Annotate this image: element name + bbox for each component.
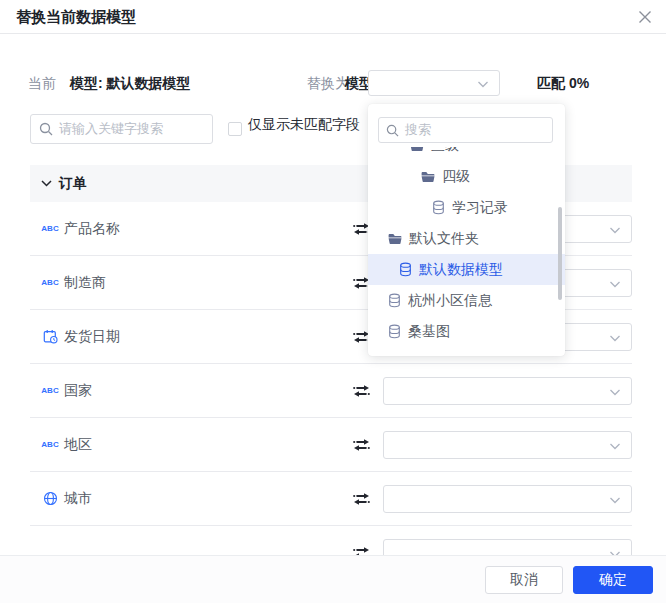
model-tree-item-label: 三级 [431, 147, 459, 155]
chevron-down-icon [609, 329, 621, 345]
scrollbar-thumb[interactable] [558, 207, 562, 300]
field-row [30, 526, 632, 555]
model-search-input[interactable]: 搜索 [378, 117, 553, 143]
model-tree-item[interactable]: 学习记录 [368, 192, 565, 223]
model-tree-item[interactable]: 杭州小区信息 [368, 285, 565, 316]
model-tree-item-label: 默认文件夹 [409, 230, 479, 248]
swap-arrows-icon [353, 492, 370, 506]
text-type-icon: ABC [40, 224, 60, 233]
target-field-select[interactable] [383, 431, 632, 459]
model-tree-item[interactable]: 默认文件夹 [368, 223, 565, 254]
field-label: 产品名称 [64, 220, 120, 238]
model-icon [399, 262, 412, 277]
current-label: 当前 [28, 75, 56, 92]
chevron-down-icon [609, 437, 621, 453]
field-label: 地区 [64, 436, 92, 454]
close-icon[interactable] [637, 9, 653, 25]
field-label: 发货日期 [64, 328, 120, 346]
model-tree-item[interactable]: 桑基图 [368, 316, 565, 347]
field-row: ABC 国家 [30, 364, 632, 418]
model-icon [388, 293, 401, 308]
text-type-icon: ABC [41, 278, 58, 287]
text-type-icon: ABC [41, 386, 58, 395]
dialog-header: 替换当前数据模型 [0, 0, 666, 34]
globe-icon [40, 491, 60, 506]
group-title: 订单 [59, 175, 87, 193]
text-type-icon: ABC [40, 440, 60, 449]
match-percent: 匹配 0% [537, 75, 589, 92]
dialog-title: 替换当前数据模型 [16, 8, 136, 27]
model-tree-item[interactable]: 三级 [368, 147, 565, 161]
folder-icon [388, 233, 402, 245]
replace-model-select[interactable] [368, 70, 500, 96]
swap-arrows-icon [353, 384, 370, 398]
keyword-search-input[interactable]: 请输入关键字搜索 [30, 114, 213, 144]
model-icon [432, 200, 445, 215]
text-type-icon: ABC [41, 224, 58, 233]
unmatched-only-checkbox[interactable] [228, 122, 242, 136]
chevron-down-icon [41, 180, 52, 187]
model-tree-item-label: 默认数据模型 [419, 261, 503, 279]
field-row: ABC 地区 [30, 418, 632, 472]
text-type-icon: ABC [40, 278, 60, 287]
model-tree-item[interactable]: 四级 [368, 161, 565, 192]
model-tree-item[interactable]: 默认数据模型 [368, 254, 565, 285]
model-tree-list: 三级 四级 学习记录 默认文件夹 默认数据模型 杭州小区信息 [368, 147, 565, 349]
model-icon [388, 324, 401, 339]
replace-with-label: 替换为 [307, 75, 349, 92]
target-field-select[interactable] [383, 539, 632, 555]
calendar-clock-icon [40, 329, 60, 344]
model-tree-item-label: 杭州小区信息 [408, 292, 492, 310]
chevron-down-icon [609, 275, 621, 291]
model-picker-panel: 搜索 三级 四级 学习记录 默认文件夹 默认数据模型 [368, 104, 565, 356]
swap-arrows-icon [353, 438, 370, 452]
model-search-placeholder: 搜索 [405, 121, 431, 139]
field-row: 城市 [30, 472, 632, 526]
replace-data-model-dialog: 替换当前数据模型 当前 模型: 默认数据模型 替换为 模型: 匹配 0% 请输入… [0, 0, 666, 603]
search-icon [39, 122, 53, 136]
model-tree-item-label: 四级 [442, 168, 470, 186]
field-label: 国家 [64, 382, 92, 400]
field-label: 制造商 [64, 274, 106, 292]
target-field-select[interactable] [383, 377, 632, 405]
model-tree-item-label: 学习记录 [452, 199, 508, 217]
swap-arrows-icon [353, 546, 370, 555]
folder-icon [421, 171, 435, 183]
unmatched-only-label: 仅显示未匹配字段 [248, 116, 360, 134]
text-type-icon: ABC [41, 440, 58, 449]
search-placeholder: 请输入关键字搜索 [59, 120, 163, 138]
folder-icon [410, 147, 424, 152]
chevron-down-icon [609, 383, 621, 399]
current-model-text: 模型: 默认数据模型 [70, 75, 191, 92]
field-label: 城市 [64, 490, 92, 508]
cancel-button[interactable]: 取消 [485, 566, 563, 594]
dialog-footer: 取消 确定 [0, 555, 666, 603]
chevron-down-icon [609, 221, 621, 237]
chevron-down-icon [609, 545, 621, 555]
target-field-select[interactable] [383, 485, 632, 513]
text-type-icon: ABC [40, 386, 60, 395]
search-icon [386, 124, 399, 137]
chevron-down-icon [477, 75, 489, 91]
confirm-button[interactable]: 确定 [573, 566, 653, 594]
chevron-down-icon [609, 491, 621, 507]
model-tree-item-label: 桑基图 [408, 323, 450, 341]
